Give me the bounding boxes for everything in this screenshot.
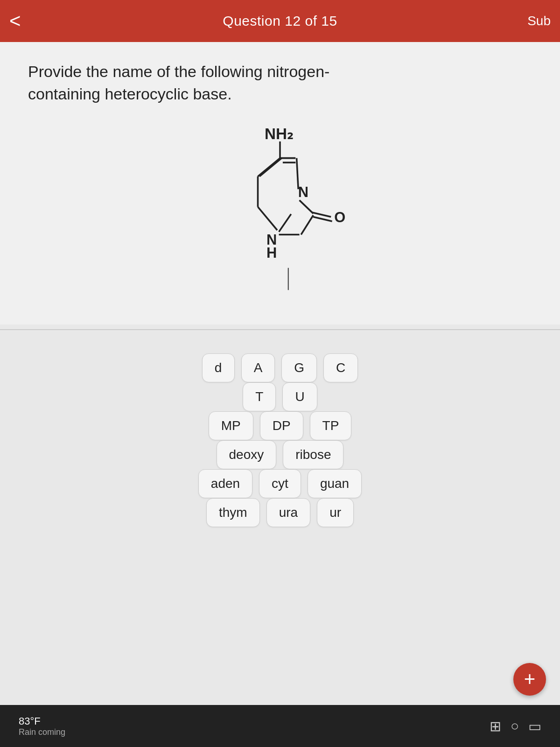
svg-text:NH₂: NH₂ bbox=[265, 125, 293, 142]
token-row-row4: deoxyribose bbox=[198, 440, 362, 469]
token-btn-ribose[interactable]: ribose bbox=[283, 440, 343, 469]
svg-line-8 bbox=[279, 214, 291, 232]
svg-line-13 bbox=[300, 200, 314, 214]
svg-text:O: O bbox=[334, 210, 345, 226]
molecule-container: NH₂ N H N bbox=[28, 119, 532, 306]
task-view-icon[interactable]: ▭ bbox=[528, 718, 541, 734]
top-bar: < Question 12 of 15 Sub bbox=[0, 0, 560, 42]
taskbar-weather: 83°F Rain coming bbox=[19, 715, 65, 737]
token-btn-tp[interactable]: TP bbox=[310, 411, 352, 440]
taskbar-icons: ⊞ ○ ▭ bbox=[490, 718, 541, 734]
svg-text:H: H bbox=[266, 245, 277, 261]
token-btn-aden[interactable]: aden bbox=[198, 469, 252, 498]
token-row-row5: adencytguan bbox=[198, 469, 362, 498]
question-text: Provide the name of the following nitrog… bbox=[28, 61, 378, 105]
submit-button[interactable]: Sub bbox=[527, 14, 551, 28]
taskbar-temp: 83°F bbox=[19, 715, 41, 727]
divider bbox=[0, 329, 560, 330]
token-row-row6: thymuraur bbox=[198, 498, 362, 527]
taskbar: 83°F Rain coming ⊞ ○ ▭ bbox=[0, 705, 560, 747]
token-btn-u[interactable]: U bbox=[282, 382, 317, 411]
token-btn-g[interactable]: G bbox=[281, 353, 317, 382]
windows-icon[interactable]: ⊞ bbox=[490, 718, 501, 734]
answer-area: dAGCTUMPDPTPdeoxyriboseadencytguanthymur… bbox=[0, 335, 560, 555]
svg-line-3 bbox=[259, 158, 282, 176]
token-btn-guan[interactable]: guan bbox=[308, 469, 362, 498]
search-icon[interactable]: ○ bbox=[511, 718, 519, 734]
molecule-diagram: NH₂ N H N bbox=[191, 124, 369, 301]
back-button[interactable]: < bbox=[9, 10, 21, 32]
token-btn-t[interactable]: T bbox=[243, 382, 276, 411]
taskbar-condition: Rain coming bbox=[19, 727, 65, 737]
token-btn-a[interactable]: A bbox=[241, 353, 275, 382]
svg-line-17 bbox=[301, 215, 313, 235]
svg-text:N: N bbox=[298, 184, 308, 200]
svg-line-10 bbox=[297, 158, 299, 190]
svg-line-2 bbox=[258, 158, 280, 176]
token-btn-ur[interactable]: ur bbox=[317, 498, 354, 527]
token-btn-c[interactable]: C bbox=[323, 353, 358, 382]
plus-button[interactable]: + bbox=[513, 663, 546, 696]
token-btn-d[interactable]: d bbox=[202, 353, 235, 382]
token-row-row3: MPDPTP bbox=[198, 411, 362, 440]
main-content: Provide the name of the following nitrog… bbox=[0, 42, 560, 324]
question-counter: Question 12 of 15 bbox=[223, 13, 337, 29]
token-rows-container: dAGCTUMPDPTPdeoxyriboseadencytguanthymur… bbox=[198, 353, 362, 527]
svg-line-5 bbox=[258, 207, 278, 230]
svg-line-15 bbox=[313, 217, 332, 222]
token-btn-dp[interactable]: DP bbox=[260, 411, 303, 440]
token-btn-deoxy[interactable]: deoxy bbox=[217, 440, 277, 469]
token-btn-cyt[interactable]: cyt bbox=[259, 469, 301, 498]
token-btn-thym[interactable]: thym bbox=[206, 498, 260, 527]
svg-line-14 bbox=[312, 212, 331, 217]
token-row-row2: TU bbox=[198, 382, 362, 411]
token-btn-ura[interactable]: ura bbox=[266, 498, 310, 527]
token-row-row1: dAGC bbox=[198, 353, 362, 382]
token-btn-mp[interactable]: MP bbox=[209, 411, 253, 440]
